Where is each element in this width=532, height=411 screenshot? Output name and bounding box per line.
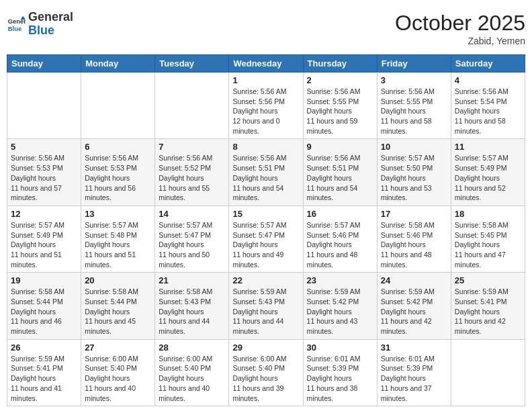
day-info: Sunrise: 6:00 AMSunset: 5:40 PMDaylight … <box>232 354 299 403</box>
day-number: 13 <box>85 209 151 219</box>
calendar-week-row: 26Sunrise: 5:59 AMSunset: 5:41 PMDayligh… <box>7 339 525 406</box>
sunrise-line: Sunrise: 5:56 AM <box>11 153 77 163</box>
sunset-line: Sunset: 5:48 PM <box>85 230 151 240</box>
daylight-line1: Daylight hours <box>232 106 299 116</box>
calendar-cell: 11Sunrise: 5:57 AMSunset: 5:49 PMDayligh… <box>451 139 525 205</box>
calendar-cell: 26Sunrise: 5:59 AMSunset: 5:41 PMDayligh… <box>7 339 81 406</box>
daylight-line2: 11 hours and 43 minutes. <box>307 316 373 336</box>
calendar-cell: 16Sunrise: 5:57 AMSunset: 5:46 PMDayligh… <box>303 205 377 272</box>
day-info: Sunrise: 5:57 AMSunset: 5:50 PMDaylight … <box>381 153 447 202</box>
sunset-line: Sunset: 5:39 PM <box>381 363 447 373</box>
daylight-line2: 11 hours and 58 minutes. <box>455 116 521 136</box>
sunrise-line: Sunrise: 5:58 AM <box>85 287 151 297</box>
weekday-header: Monday <box>81 55 155 73</box>
logo: General Blue General Blue <box>7 11 73 38</box>
sunrise-line: Sunrise: 5:57 AM <box>159 220 225 230</box>
weekday-header: Wednesday <box>229 55 303 73</box>
day-info: Sunrise: 5:57 AMSunset: 5:49 PMDaylight … <box>11 220 77 269</box>
calendar-cell: 25Sunrise: 5:59 AMSunset: 5:41 PMDayligh… <box>451 273 525 339</box>
calendar-cell: 9Sunrise: 5:56 AMSunset: 5:51 PMDaylight… <box>303 139 377 205</box>
daylight-line2: 11 hours and 49 minutes. <box>232 250 299 269</box>
sunset-line: Sunset: 5:56 PM <box>232 97 299 107</box>
daylight-line2: 11 hours and 47 minutes. <box>455 250 521 269</box>
page-container: General Blue General Blue October 2025 Z… <box>7 7 525 406</box>
daylight-line2: 11 hours and 37 minutes. <box>381 383 447 403</box>
day-number: 29 <box>232 342 299 353</box>
sunrise-line: Sunrise: 5:58 AM <box>159 287 225 297</box>
day-number: 19 <box>11 275 77 285</box>
daylight-line1: Daylight hours <box>85 240 151 250</box>
sunrise-line: Sunrise: 5:56 AM <box>381 87 447 97</box>
daylight-line1: Daylight hours <box>381 373 447 383</box>
calendar-cell: 19Sunrise: 5:58 AMSunset: 5:44 PMDayligh… <box>7 273 81 339</box>
day-number: 26 <box>11 342 77 353</box>
day-info: Sunrise: 5:58 AMSunset: 5:45 PMDaylight … <box>455 220 521 269</box>
calendar-cell: 7Sunrise: 5:56 AMSunset: 5:52 PMDaylight… <box>155 139 229 205</box>
sunset-line: Sunset: 5:42 PM <box>307 297 373 307</box>
weekday-header: Thursday <box>303 55 377 73</box>
sunrise-line: Sunrise: 5:56 AM <box>455 87 521 97</box>
calendar-cell: 15Sunrise: 5:57 AMSunset: 5:47 PMDayligh… <box>229 205 303 272</box>
day-number: 12 <box>11 209 77 219</box>
header: General Blue General Blue October 2025 Z… <box>7 7 525 50</box>
day-number: 30 <box>307 342 373 353</box>
sunset-line: Sunset: 5:51 PM <box>232 163 299 173</box>
sunset-line: Sunset: 5:51 PM <box>307 163 373 173</box>
daylight-line1: Daylight hours <box>307 307 373 317</box>
daylight-line1: Daylight hours <box>85 307 151 317</box>
daylight-line2: 11 hours and 53 minutes. <box>381 183 447 203</box>
daylight-line2: 11 hours and 58 minutes. <box>381 116 447 136</box>
day-info: Sunrise: 5:56 AMSunset: 5:51 PMDaylight … <box>307 153 373 202</box>
calendar-cell: 13Sunrise: 5:57 AMSunset: 5:48 PMDayligh… <box>81 205 155 272</box>
calendar-cell <box>451 339 525 406</box>
sunset-line: Sunset: 5:53 PM <box>85 163 151 173</box>
sunrise-line: Sunrise: 5:58 AM <box>11 287 77 297</box>
day-info: Sunrise: 5:56 AMSunset: 5:54 PMDaylight … <box>455 87 521 136</box>
day-info: Sunrise: 5:56 AMSunset: 5:52 PMDaylight … <box>159 153 225 202</box>
daylight-line1: Daylight hours <box>11 173 77 183</box>
sunrise-line: Sunrise: 5:59 AM <box>455 287 521 297</box>
daylight-line2: 11 hours and 54 minutes. <box>232 183 299 203</box>
day-number: 3 <box>381 75 447 85</box>
day-number: 5 <box>11 142 77 152</box>
daylight-line2: 11 hours and 50 minutes. <box>159 250 225 269</box>
daylight-line2: 11 hours and 40 minutes. <box>85 383 151 403</box>
sunset-line: Sunset: 5:41 PM <box>11 363 77 373</box>
calendar-cell: 27Sunrise: 6:00 AMSunset: 5:40 PMDayligh… <box>81 339 155 406</box>
sunset-line: Sunset: 5:46 PM <box>307 230 373 240</box>
day-info: Sunrise: 5:56 AMSunset: 5:53 PMDaylight … <box>11 153 77 202</box>
sunset-line: Sunset: 5:45 PM <box>455 230 521 240</box>
day-number: 9 <box>307 142 373 152</box>
calendar-cell: 17Sunrise: 5:58 AMSunset: 5:46 PMDayligh… <box>377 205 451 272</box>
logo-blue-text: Blue <box>28 24 73 38</box>
daylight-line1: Daylight hours <box>455 240 521 250</box>
daylight-line1: Daylight hours <box>85 373 151 383</box>
calendar-cell: 10Sunrise: 5:57 AMSunset: 5:50 PMDayligh… <box>377 139 451 205</box>
daylight-line2: 11 hours and 42 minutes. <box>381 316 447 336</box>
sunset-line: Sunset: 5:47 PM <box>159 230 225 240</box>
daylight-line2: 11 hours and 56 minutes. <box>85 183 151 203</box>
location: Zabid, Yemen <box>395 36 525 46</box>
daylight-line1: Daylight hours <box>381 240 447 250</box>
daylight-line1: Daylight hours <box>85 173 151 183</box>
daylight-line1: Daylight hours <box>232 307 299 317</box>
sunrise-line: Sunrise: 5:58 AM <box>381 220 447 230</box>
sunset-line: Sunset: 5:55 PM <box>307 97 373 107</box>
sunrise-line: Sunrise: 5:59 AM <box>232 287 299 297</box>
calendar-week-row: 1Sunrise: 5:56 AMSunset: 5:56 PMDaylight… <box>7 73 525 139</box>
sunrise-line: Sunrise: 5:56 AM <box>232 87 299 97</box>
day-info: Sunrise: 5:58 AMSunset: 5:44 PMDaylight … <box>11 287 77 336</box>
sunset-line: Sunset: 5:41 PM <box>455 297 521 307</box>
day-number: 4 <box>455 75 521 85</box>
sunrise-line: Sunrise: 5:59 AM <box>11 354 77 364</box>
weekday-header: Tuesday <box>155 55 229 73</box>
daylight-line1: Daylight hours <box>307 373 373 383</box>
calendar-cell: 22Sunrise: 5:59 AMSunset: 5:43 PMDayligh… <box>229 273 303 339</box>
calendar-cell: 12Sunrise: 5:57 AMSunset: 5:49 PMDayligh… <box>7 205 81 272</box>
daylight-line2: 12 hours and 0 minutes. <box>232 116 299 136</box>
daylight-line2: 11 hours and 41 minutes. <box>11 383 77 403</box>
sunrise-line: Sunrise: 5:56 AM <box>307 153 373 163</box>
day-number: 16 <box>307 209 373 219</box>
day-number: 15 <box>232 209 299 219</box>
logo-general-text: General <box>28 11 73 24</box>
